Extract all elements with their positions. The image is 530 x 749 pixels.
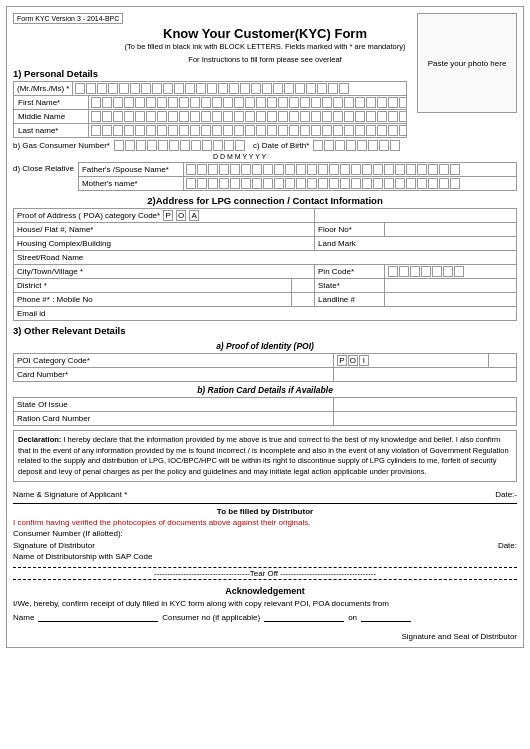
phone-cell: Phone #* : Mobile No xyxy=(14,293,292,307)
house-cell: House/ Flat #, Name* xyxy=(14,223,315,237)
date-label: Date:- xyxy=(495,490,517,499)
consumer-number-input[interactable] xyxy=(114,140,245,151)
first-name-label: First Name* xyxy=(14,96,89,109)
middle-name-input[interactable] xyxy=(89,110,406,123)
first-name-input[interactable] xyxy=(89,96,406,109)
ration-title: b) Ration Card Details if Available xyxy=(14,385,517,395)
pincode-input-cell[interactable] xyxy=(384,265,516,279)
declaration-box: Declaration: I hereby declare that the i… xyxy=(13,430,517,482)
state-of-issue-input[interactable] xyxy=(333,398,516,412)
sig-seal: Signature and Seal of Distributor xyxy=(13,632,517,641)
last-name-input[interactable] xyxy=(89,124,406,137)
poi-title-cell: a) Proof of Identity (POI) xyxy=(14,338,517,354)
father-row: Father's /Spouse Name* xyxy=(79,163,516,177)
close-relative-label: d) Close Relative xyxy=(13,162,74,173)
landmark-label: Land Mark xyxy=(318,239,356,248)
father-label: Father's /Spouse Name* xyxy=(79,163,184,176)
photo-box: Paste your photo here xyxy=(417,13,517,113)
dist-sig-row: Signature of Distributor Date: xyxy=(13,541,517,550)
phone-label: Phone #* : Mobile No xyxy=(17,295,93,304)
state-label-cell: State* xyxy=(315,279,385,293)
ack-consumer-label: Consumer no (if applicable) xyxy=(162,613,260,622)
email-label: Email id xyxy=(17,309,45,318)
card-number-label: Card Number* xyxy=(17,370,68,379)
tear-off: ------------------------------------Tear… xyxy=(13,567,517,580)
form-version: Form KYC Version 3 - 2014-BPC xyxy=(13,13,123,24)
ration-card-input[interactable] xyxy=(333,412,516,426)
ack-name-label: Name xyxy=(13,613,34,622)
dob-format: D D M M Y Y Y Y xyxy=(213,153,517,160)
consumer-number-dist-label: Consumer Number (If allotted): xyxy=(13,529,517,538)
ack-title: Acknowledgement xyxy=(13,586,517,596)
proof-label: Proof of Address ( POA) category Code* xyxy=(17,211,160,220)
address-table: Proof of Address ( POA) category Code* P… xyxy=(13,208,517,321)
state-label: State* xyxy=(318,281,340,290)
mr-input[interactable] xyxy=(73,82,406,95)
ack-fields-row: Name Consumer no (if applicable) on xyxy=(13,612,517,622)
state-of-issue-label: State Of Issue xyxy=(17,400,68,409)
poi-title: a) Proof of Identity (POI) xyxy=(14,341,517,351)
declaration-title: Declaration: xyxy=(18,435,61,444)
card-number-input[interactable] xyxy=(333,368,516,382)
close-relative-area: d) Close Relative Father's /Spouse Name*… xyxy=(13,162,517,191)
last-name-label: Last name* xyxy=(14,124,89,137)
district-cell: District * xyxy=(14,279,292,293)
other-title: 3) Other Relevant Details xyxy=(13,325,517,336)
poi-boxes-cell[interactable]: P O I xyxy=(333,354,488,368)
housing-label: Housing Complex/Building xyxy=(17,239,111,248)
street-label: Street/Road Name xyxy=(17,253,83,262)
floor-label: Floor No* xyxy=(318,225,352,234)
floor-label-cell: Floor No* xyxy=(315,223,385,237)
acknowledgement-section: Acknowledgement I/We, hereby, confirm re… xyxy=(13,586,517,641)
middle-name-row: Middle Name xyxy=(14,110,406,124)
landline-label: Landline # xyxy=(318,295,355,304)
card-number-label-cell: Card Number* xyxy=(14,368,334,382)
middle-name-label: Middle Name xyxy=(14,110,89,123)
photo-label: Paste your photo here xyxy=(428,59,507,68)
last-name-row: Last name* xyxy=(14,124,406,137)
phone-input[interactable] xyxy=(291,293,315,307)
personal-section: 1) Personal Details (Mr./Mrs./Ms) * Firs… xyxy=(13,68,407,138)
poi-right-cell xyxy=(489,354,517,368)
distributor-title: To be filled by Distributor xyxy=(13,507,517,516)
consumer-number-label: b) Gas Consumer Number* xyxy=(13,141,110,150)
confirm-text: I confirm having verified the photocopie… xyxy=(13,518,517,527)
name-sig-label: Name & Signature of Applicant * xyxy=(13,490,127,499)
district-input[interactable] xyxy=(291,279,315,293)
address-title: 2)Address for LPG connection / Contact I… xyxy=(13,195,517,206)
kyc-form: Form KYC Version 3 - 2014-BPC Paste your… xyxy=(6,6,524,648)
dist-date-label: Date: xyxy=(498,541,517,550)
pincode-label-cell: Pin Code* xyxy=(315,265,385,279)
mother-label: Mother's name* xyxy=(79,177,184,190)
other-table: a) Proof of Identity (POI) POI Category … xyxy=(13,338,517,426)
mr-label: (Mr./Mrs./Ms) * xyxy=(14,82,73,95)
state-input[interactable] xyxy=(384,279,516,293)
poa-right-cell xyxy=(315,209,517,223)
signature-row: Name & Signature of Applicant * Date:- xyxy=(13,490,517,499)
poa-label-cell: Proof of Address ( POA) category Code* P… xyxy=(14,209,315,223)
pincode-label: Pin Code* xyxy=(318,267,354,276)
ack-text: I/We, hereby, confirm receipt of duly fi… xyxy=(13,599,517,608)
landmark-cell: Land Mark xyxy=(315,237,517,251)
declaration-text: I hereby declare that the information pr… xyxy=(18,435,509,476)
name-block: First Name* Middle Name xyxy=(13,95,407,138)
relative-name-block: Father's /Spouse Name* Mother's name* xyxy=(78,162,517,191)
floor-input-cell[interactable] xyxy=(384,223,516,237)
dob-input[interactable] xyxy=(313,140,400,151)
personal-title: 1) Personal Details xyxy=(13,68,407,79)
street-cell: Street/Road Name xyxy=(14,251,517,265)
mother-input[interactable] xyxy=(184,177,516,190)
state-of-issue-label-cell: State Of Issue xyxy=(14,398,334,412)
ration-title-cell: b) Ration Card Details if Available xyxy=(14,382,517,398)
house-label: House/ Flat #, Name* xyxy=(17,225,93,234)
distributor-section: To be filled by Distributor I confirm ha… xyxy=(13,503,517,561)
email-cell: Email id xyxy=(14,307,517,321)
ration-card-label: Ration Card Number xyxy=(17,414,90,423)
ack-on-label: on xyxy=(348,613,357,622)
father-input[interactable] xyxy=(184,163,516,176)
consumer-dob-row: b) Gas Consumer Number* c) Date of Birth… xyxy=(13,140,517,151)
first-name-row: First Name* xyxy=(14,96,406,110)
landline-label-cell: Landline # xyxy=(315,293,385,307)
landline-input[interactable] xyxy=(384,293,516,307)
dist-sig-label: Signature of Distributor xyxy=(13,541,95,550)
